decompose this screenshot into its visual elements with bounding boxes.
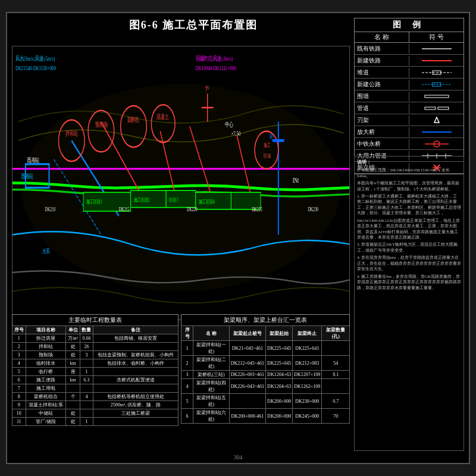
svg-text:DK230: DK230 — [308, 206, 318, 213]
table-row: 3预制场处3包括盒梁预制、架桥机组装、小构件 — [12, 351, 178, 359]
table-row: 1拆迁房屋万m²0.66包括商铺、移居安置 — [12, 334, 178, 343]
svg-text:风水(3m/s≤风速≤5m/s): 风水(3m/s≤风速≤5m/s) — [15, 55, 55, 62]
table-left: 主要临时工程数量表 序号 项目名称 单位 数量 备注 1拆迁房屋万m²0.66包… — [12, 314, 178, 451]
svg-text:施工区段4: 施工区段4 — [199, 199, 215, 205]
svg-text:预制场: 预制场 — [95, 121, 107, 128]
legend-sym-0 — [409, 43, 464, 54]
legend-box: 图 例 名 称 符 号 既有铁路 新建铁路 — [354, 18, 464, 174]
th-unit: 单位 — [66, 326, 80, 334]
tables-area: 主要临时工程数量表 序号 项目名称 单位 数量 备注 1拆迁房屋万m²0.66包… — [12, 314, 350, 451]
legend-sym-3 — [409, 79, 464, 90]
table-row: 8架桥机组合个4包括桥机等桥机组立使用处 — [12, 393, 178, 401]
legend-title-row: 图 例 — [355, 18, 464, 32]
svg-text:桥: 桥 — [269, 133, 274, 140]
svg-rect-7 — [425, 107, 436, 109]
svg-text:区段3: 区段3 — [169, 197, 178, 203]
legend-sym-8 — [409, 139, 464, 149]
svg-text:混凝土: 混凝土 — [156, 113, 168, 120]
legend-name-8: 中铁永桥 — [355, 139, 409, 149]
svg-text:水系: 水系 — [42, 248, 51, 255]
map-area: 拌和站 预制场 架桥机 混凝土 既有站 既有站 施工区段1 施工区段2 区段3 … — [12, 46, 350, 320]
main-title: 图6-6 施工总平面布置图 — [129, 19, 258, 31]
legend-row-5: 管道 — [355, 102, 464, 114]
svg-text:DK210: DK210 — [45, 206, 56, 213]
svg-text:DK10940-DK1241+000: DK10940-DK1241+000 — [196, 64, 236, 71]
legend-name-5: 管道 — [355, 104, 409, 113]
right-table: 序号名 称架梁起止桩号架梁起始架梁终止架梁数量(孔) 1架梁拌和站(一处)DK2… — [181, 325, 350, 424]
legend-name-1: 新建铁路 — [355, 56, 409, 65]
th-note: 备注 — [93, 326, 178, 334]
title-area: 图6-6 施工总平面布置图 — [37, 18, 350, 32]
table-row: 10中储站处三处施工桥梁 — [12, 409, 178, 418]
th-qty: 数量 — [80, 326, 93, 334]
legend-sym-4 — [409, 91, 464, 102]
legend-row-4: 围墙 — [355, 90, 464, 102]
legend-row-8: 中铁永桥 — [355, 138, 464, 150]
svg-text:DK21540-DK1530+000: DK21540-DK1530+000 — [15, 64, 56, 71]
table-row: 5临行桥座1 — [12, 368, 178, 376]
table-row: 2拌和站处26 — [12, 343, 178, 351]
legend-header-row: 名 称 符 号 — [355, 32, 464, 43]
th-name: 项目名称 — [26, 326, 66, 334]
table-row: 7施工用电 — [12, 384, 178, 393]
table-row: 9混凝土拌和站/系2500m³, 供应桥、隧、路 — [12, 401, 178, 409]
legend-row-0: 既有铁路 — [355, 43, 464, 55]
legend-row-7: 放大桥 — [355, 126, 464, 138]
svg-text:既有站: 既有站 — [21, 173, 33, 180]
svg-text:中心: 中心 — [225, 121, 233, 128]
table-right-title: 架梁顺序、架梁上桥台汇一览表 — [181, 314, 350, 325]
svg-text:N: N — [206, 84, 209, 91]
legend-name-7: 放大桥 — [355, 127, 409, 137]
table-row: 3架桥机(三站)DK226+003~461DK1204+63DK1207+109… — [181, 371, 350, 379]
svg-text:施工: 施工 — [264, 142, 271, 149]
table-row: 2架梁拌和站(二处)DK212+045~461DK225+045DK212+08… — [181, 356, 350, 371]
svg-point-20 — [21, 84, 340, 291]
legend-name-0: 既有铁路 — [355, 44, 409, 54]
table-row: 6架梁拌和站(六处)DK200+000-461DK200+000DK245+00… — [181, 409, 350, 424]
table-right: 架梁顺序、架梁上桥台汇一览表 序号名 称架梁起止桩号架梁起始架梁终止架梁数量(孔… — [181, 314, 350, 451]
legend-name-3: 新建公路 — [355, 80, 409, 89]
svg-text:弱爆炸式(风速≤3m/s): 弱爆炸式(风速≤3m/s) — [196, 55, 233, 62]
legend-row-6: 刃架 — [355, 114, 464, 126]
notes-area: 说明： 1. 本图施工范围：DK19014000-DK1536+000，全长64… — [354, 156, 464, 451]
svg-rect-8 — [438, 107, 449, 109]
table-left-title: 主要临时工程数量表 — [12, 314, 178, 325]
legend-col-symbol: 符 号 — [409, 32, 464, 42]
main-content: 图6-6 施工总平面布置图 图 例 名 称 符 号 既有铁路 新建铁路 — [7, 13, 469, 463]
legend-name-6: 刃架 — [355, 115, 409, 125]
svg-text:+7.50: +7.50 — [231, 130, 240, 137]
map-svg: 拌和站 预制场 架桥机 混凝土 既有站 既有站 施工区段1 施工区段2 区段3 … — [12, 46, 349, 320]
svg-marker-9 — [434, 117, 439, 123]
legend-sym-2 — [409, 67, 464, 78]
table-row: 6施工便路km6.3含桥式机配置便道 — [12, 376, 178, 384]
th-seqno: 序号 — [12, 326, 26, 334]
legend-title: 图 例 — [393, 20, 426, 30]
svg-rect-6 — [425, 95, 449, 98]
table-row: 4架梁拌和站(四处)DK226+043~461DK1204+63DK1262+1… — [181, 379, 350, 394]
svg-text:DK220: DK220 — [187, 206, 198, 213]
svg-text:INt: INt — [293, 177, 299, 184]
svg-text:施工区段2: 施工区段2 — [134, 197, 150, 203]
table-row: 4临时排水km包括排水、临时桥、小构件 — [12, 359, 178, 368]
notes-content: 1. 本图施工范围：DK19014000-DK1536+000，全长640m。本… — [357, 168, 461, 291]
legend-sym-1 — [409, 55, 464, 66]
legend-name-4: 围墙 — [355, 92, 409, 101]
left-table: 序号 项目名称 单位 数量 备注 1拆迁房屋万m²0.66包括商铺、移居安置2拌… — [12, 325, 178, 426]
table-row: 5架梁拌和站(五处)DK200+000DK238+0000.7 — [181, 394, 350, 409]
legend-sym-5 — [409, 103, 464, 114]
legend-sym-7 — [409, 127, 464, 137]
table-row: 11管厂/储段处1 — [12, 418, 178, 426]
table-row: 1架梁拌和站(一处)DK21+045~461DK225+045DK225+641 — [181, 341, 350, 356]
legend-row-1: 新建铁路 — [355, 55, 464, 67]
legend-sym-6 — [409, 115, 464, 126]
svg-text:DK225: DK225 — [252, 206, 262, 213]
legend-row-3: 新建公路 — [355, 79, 464, 90]
svg-text:既有站: 既有站 — [27, 156, 39, 164]
notes-title: 说明： — [357, 159, 461, 165]
page-container: 图6-6 施工总平面布置图 图 例 名 称 符 号 既有铁路 新建铁路 — [6, 12, 470, 464]
svg-text:DK215: DK215 — [119, 206, 130, 213]
legend-name-2: 堆道 — [355, 68, 409, 77]
svg-text:架桥机: 架桥机 — [127, 116, 139, 123]
legend-row-2: 堆道 — [355, 67, 464, 79]
svg-text:施工区段1: 施工区段1 — [86, 199, 102, 205]
